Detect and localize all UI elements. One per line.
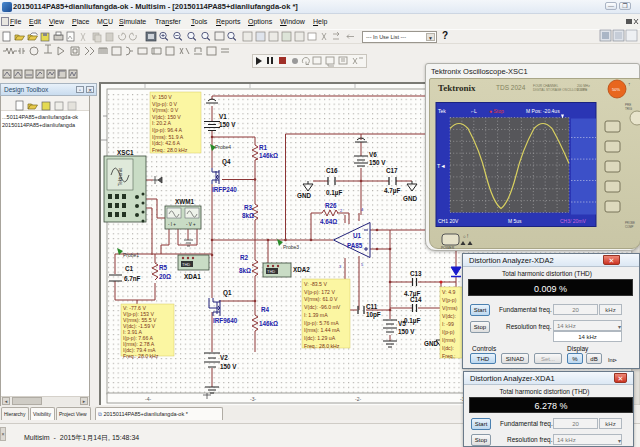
svg-text:R26: R26 xyxy=(325,202,337,209)
svg-text:V: 4.9: V: 4.9 xyxy=(442,289,455,295)
svg-text:V(rms): 61.0 V: V(rms): 61.0 V xyxy=(304,296,338,302)
svg-text:I: -99: I: -99 xyxy=(442,321,454,327)
svg-text:R3: R3 xyxy=(244,204,253,211)
svg-text:Probe4: Probe4 xyxy=(215,144,231,150)
svg-text:● Stop: ● Stop xyxy=(489,108,504,114)
svg-text:C14: C14 xyxy=(410,296,422,303)
svg-text:Probe1: Probe1 xyxy=(123,252,139,258)
svg-text:V1: V1 xyxy=(219,113,227,120)
svg-text:V(rms): 0 V: V(rms): 0 V xyxy=(152,107,179,113)
svg-text:○ !: ○ ! xyxy=(463,234,468,239)
svg-text:8kΩ: 8kΩ xyxy=(239,267,251,274)
svg-text:I(dc):: I(dc): xyxy=(442,345,454,351)
svg-text:20Ω: 20Ω xyxy=(159,273,171,280)
svg-text:R5: R5 xyxy=(159,264,168,271)
svg-text:I(p-p): 96.4 A: I(p-p): 96.4 A xyxy=(152,127,183,133)
svg-text:I: 20.2 A: I: 20.2 A xyxy=(152,120,172,126)
svg-text:-4-: -4- xyxy=(145,396,151,402)
svg-text:4.7µF: 4.7µF xyxy=(384,187,400,195)
svg-text:-2-: -2- xyxy=(355,396,361,402)
svg-text:8kΩ: 8kΩ xyxy=(242,212,254,219)
svg-text:T◄: T◄ xyxy=(437,163,446,169)
svg-text:2 GS/s: 2 GS/s xyxy=(577,88,587,92)
svg-text:↑: ↑ xyxy=(628,81,631,87)
svg-text:XSC1: XSC1 xyxy=(117,149,134,156)
svg-text:XWM1: XWM1 xyxy=(175,198,194,205)
svg-text:IRF9640: IRF9640 xyxy=(213,317,238,324)
svg-text:Tektronix: Tektronix xyxy=(118,167,123,186)
svg-text:CH3/ 20mV: CH3/ 20mV xyxy=(560,218,587,224)
svg-text:THD: THD xyxy=(267,269,275,274)
svg-text:CH1 20V: CH1 20V xyxy=(438,218,459,224)
svg-text:Tek: Tek xyxy=(438,108,446,114)
svg-text:COMP: COMP xyxy=(625,225,634,229)
svg-text:Tektronix: Tektronix xyxy=(438,83,476,93)
svg-text:M Pos: -20.4us: M Pos: -20.4us xyxy=(526,108,560,114)
svg-text:150 V: 150 V xyxy=(398,328,415,335)
svg-text:150 V: 150 V xyxy=(220,363,237,370)
svg-text:V(rms): V(rms) xyxy=(442,305,458,311)
svg-text:GND: GND xyxy=(403,195,417,202)
svg-text:I(dc): 42.6 A: I(dc): 42.6 A xyxy=(152,140,181,146)
svg-text:I(p-p): 5.76 mA: I(p-p): 5.76 mA xyxy=(304,320,339,326)
svg-text:I(p-p): I(p-p) xyxy=(442,329,455,335)
svg-text:- I +: - I + xyxy=(168,222,176,227)
svg-text:Probe3: Probe3 xyxy=(283,244,299,250)
svg-text:R1: R1 xyxy=(259,144,268,151)
svg-text:GND: GND xyxy=(297,192,311,199)
svg-text:0.1µF: 0.1µF xyxy=(326,189,342,197)
svg-text:U1: U1 xyxy=(353,232,362,239)
svg-text:PA85: PA85 xyxy=(347,242,363,249)
svg-text:R4: R4 xyxy=(261,306,270,313)
svg-text:I(rms): I(rms) xyxy=(442,337,456,343)
svg-text:Freq.: 28.0 kHz: Freq.: 28.0 kHz xyxy=(152,147,188,153)
svg-text:I(dc): 1.29 uA: I(dc): 1.29 uA xyxy=(304,335,336,341)
svg-text:R2: R2 xyxy=(240,254,249,261)
svg-text:Freq.: 28.0 kHz: Freq.: 28.0 kHz xyxy=(304,343,340,349)
svg-text:M 5us: M 5us xyxy=(508,218,522,224)
svg-text:V: 150 V: V: 150 V xyxy=(152,94,172,100)
svg-text:0.1µF: 0.1µF xyxy=(404,317,420,325)
svg-text:146kΩ: 146kΩ xyxy=(259,320,278,327)
svg-text:TRIG: TRIG xyxy=(625,107,633,111)
svg-text:V6: V6 xyxy=(369,151,377,158)
svg-text:V: -83.5 V: V: -83.5 V xyxy=(304,281,327,287)
svg-text:XDA2: XDA2 xyxy=(293,266,310,273)
svg-text:XDA1: XDA1 xyxy=(184,273,201,280)
svg-text:-3-: -3- xyxy=(250,396,256,402)
svg-text:IRFP240: IRFP240 xyxy=(212,186,237,193)
svg-text:V(p-p): 0 V: V(p-p): 0 V xyxy=(152,101,178,107)
svg-text:Freq.: 28.0 kHz: Freq.: 28.0 kHz xyxy=(123,353,159,359)
svg-text:I: 1.39 mA: I: 1.39 mA xyxy=(304,312,328,318)
svg-text:V(dc):: V(dc): xyxy=(442,313,456,319)
svg-text:C11: C11 xyxy=(366,303,378,310)
svg-text:C17: C17 xyxy=(386,167,398,174)
svg-text:C16: C16 xyxy=(326,167,338,174)
svg-text:POWER: POWER xyxy=(441,246,455,249)
svg-text:Freq.:: Freq.: xyxy=(442,353,456,359)
svg-text:Q4: Q4 xyxy=(222,158,231,166)
svg-text:150 V: 150 V xyxy=(219,121,236,128)
svg-text:V(p-p): V(p-p) xyxy=(442,297,457,303)
svg-text:V(dc): -96.0 mV: V(dc): -96.0 mV xyxy=(304,304,341,310)
svg-text:I(rms): 1.44 mA: I(rms): 1.44 mA xyxy=(304,327,340,333)
svg-text:⌐L: ⌐L xyxy=(471,108,477,114)
svg-text:C13: C13 xyxy=(410,270,422,277)
svg-text:4.64Ω: 4.64Ω xyxy=(320,218,337,225)
svg-text:V(p-p): 172 V: V(p-p): 172 V xyxy=(304,289,335,295)
svg-text:C1: C1 xyxy=(125,265,134,272)
svg-text:THD: THD xyxy=(182,262,190,267)
svg-text:V(dc): 150 V: V(dc): 150 V xyxy=(152,114,181,120)
svg-text:6.7nF: 6.7nF xyxy=(124,275,141,282)
svg-text:150 V: 150 V xyxy=(369,159,386,166)
svg-text:TDS 2024: TDS 2024 xyxy=(496,84,526,91)
svg-text:10pF: 10pF xyxy=(366,311,381,319)
svg-text:I(rms): 51.9 A: I(rms): 51.9 A xyxy=(152,134,184,140)
svg-text:GND: GND xyxy=(424,340,438,347)
svg-text:- V +: - V + xyxy=(186,222,196,227)
svg-text:V2: V2 xyxy=(220,354,228,361)
svg-text:50%: 50% xyxy=(612,87,620,92)
svg-text:Q1: Q1 xyxy=(223,289,232,297)
svg-text:146kΩ: 146kΩ xyxy=(259,152,278,159)
